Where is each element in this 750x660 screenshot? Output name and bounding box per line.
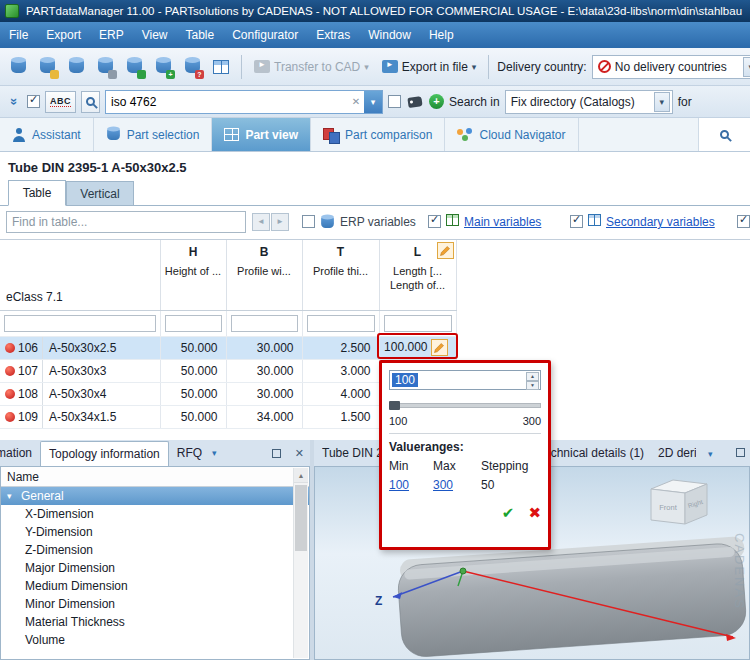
tab-search[interactable] bbox=[698, 118, 750, 151]
value-spinbox[interactable]: 100 ▲ ▼ bbox=[389, 370, 541, 390]
column-l[interactable]: L Length [... Length of... bbox=[379, 240, 456, 310]
table-cell[interactable]: 50.000 bbox=[160, 336, 226, 359]
min-value-link[interactable]: 100 bbox=[389, 478, 409, 492]
menu-erp[interactable]: ERP bbox=[90, 22, 133, 48]
chevron-down-icon[interactable]: ▾ bbox=[654, 92, 670, 112]
table-cell[interactable]: 109 A-50x34x1.5 bbox=[0, 405, 160, 428]
tab-2d-derivation[interactable]: 2D derivation bbox=[658, 440, 696, 466]
tab-vertical[interactable]: Vertical bbox=[66, 181, 134, 206]
tab-list-dropdown-icon[interactable]: ▾ bbox=[212, 448, 217, 458]
filter-h-input[interactable] bbox=[165, 315, 222, 332]
search-option-checkbox[interactable]: ✓ bbox=[27, 95, 40, 108]
table-cell[interactable]: 4.000 bbox=[302, 382, 379, 405]
table-view-icon[interactable] bbox=[209, 55, 233, 79]
menu-view[interactable]: View bbox=[133, 22, 177, 48]
table-cell[interactable]: 1.500 bbox=[302, 405, 379, 428]
filter-b-input[interactable] bbox=[231, 315, 298, 332]
menu-table[interactable]: Table bbox=[177, 22, 224, 48]
menu-file[interactable]: File bbox=[0, 22, 37, 48]
tab-cloud-navigator[interactable]: Cloud Navigator bbox=[445, 118, 578, 151]
tree-item[interactable]: Volume bbox=[1, 631, 309, 649]
tree-item-general[interactable]: ▾ General bbox=[1, 487, 309, 505]
database-help-icon[interactable]: ? bbox=[180, 55, 204, 79]
tag-icon[interactable] bbox=[406, 90, 424, 114]
table-cell[interactable]: 3.000 bbox=[302, 359, 379, 382]
tab-list-dropdown-icon[interactable]: ▾ bbox=[708, 449, 713, 459]
slider-track[interactable] bbox=[389, 403, 541, 408]
tree-item[interactable]: Major Dimension bbox=[1, 559, 309, 577]
secondary-variables-checkbox[interactable]: ✓ bbox=[570, 215, 583, 228]
search-settings-button[interactable] bbox=[81, 91, 100, 113]
menu-configurator[interactable]: Configurator bbox=[223, 22, 307, 48]
main-variables-link[interactable]: Main variables bbox=[464, 215, 541, 229]
search-dropdown-button[interactable]: ▾ bbox=[364, 91, 382, 113]
spin-down-icon[interactable]: ▼ bbox=[526, 381, 539, 390]
main-variables-checkbox[interactable]: ✓ bbox=[428, 215, 441, 228]
menu-extras[interactable]: Extras bbox=[307, 22, 359, 48]
table-cell[interactable]: 50.000 bbox=[160, 359, 226, 382]
tree-item[interactable]: Material Thickness bbox=[1, 613, 309, 631]
confirm-check-icon[interactable]: ✔ bbox=[502, 504, 515, 522]
table-cell[interactable]: 30.000 bbox=[226, 382, 302, 405]
tab-technical-details[interactable]: Technical details (1) bbox=[538, 440, 644, 466]
spin-up-icon[interactable]: ▲ bbox=[526, 372, 539, 381]
erp-variables-checkbox[interactable] bbox=[302, 215, 315, 228]
table-cell[interactable]: 30.000 bbox=[226, 336, 302, 359]
tab-rfq[interactable]: RFQ bbox=[169, 441, 210, 466]
cancel-x-icon[interactable]: ✖ bbox=[528, 504, 541, 522]
table-cell[interactable]: 50.000 bbox=[160, 382, 226, 405]
column-h[interactable]: H Height of ... bbox=[160, 240, 226, 310]
max-value-link[interactable]: 300 bbox=[433, 478, 453, 492]
value-slider[interactable] bbox=[389, 401, 541, 410]
table-cell[interactable]: 34.000 bbox=[226, 405, 302, 428]
database-mail-icon[interactable] bbox=[93, 55, 117, 79]
open-part-icon[interactable] bbox=[6, 55, 30, 79]
tree-item[interactable]: Z-Dimension bbox=[1, 541, 309, 559]
menu-export[interactable]: Export bbox=[37, 22, 90, 48]
float-panel-icon[interactable] bbox=[272, 449, 281, 458]
tree-item[interactable]: Minor Dimension bbox=[1, 595, 309, 613]
tab-assistant[interactable]: Assistant bbox=[0, 118, 94, 151]
filter-t-input[interactable] bbox=[307, 315, 375, 332]
scrollbar[interactable]: ▲ bbox=[293, 468, 308, 658]
filter-eclass-input[interactable] bbox=[4, 315, 156, 332]
scroll-up-icon[interactable]: ▲ bbox=[294, 468, 308, 483]
close-panel-icon[interactable]: ✕ bbox=[295, 447, 304, 460]
table-cell[interactable]: 107 A-50x30x3 bbox=[0, 359, 160, 382]
scrollbar-thumb[interactable] bbox=[295, 485, 307, 551]
tab-topology-information[interactable]: Topology information bbox=[40, 441, 169, 466]
tree-item[interactable]: Medium Dimension bbox=[1, 577, 309, 595]
transfer-to-cad-button[interactable]: Transfer to CAD ▾ bbox=[250, 58, 373, 76]
export-in-file-button[interactable]: Export in file ▾ bbox=[378, 58, 481, 76]
search-scope-select[interactable]: Fix directory (Catalogs) ▾ bbox=[505, 90, 673, 114]
database-check-icon[interactable] bbox=[122, 55, 146, 79]
database-add-icon[interactable]: + bbox=[151, 55, 175, 79]
tab-table[interactable]: Table bbox=[8, 180, 66, 206]
open-folder-icon[interactable] bbox=[35, 55, 59, 79]
tab-part-view[interactable]: Part view bbox=[212, 118, 311, 151]
add-search-icon[interactable]: + bbox=[429, 94, 444, 109]
column-b[interactable]: B Profile wi... bbox=[226, 240, 302, 310]
filter-checkbox[interactable] bbox=[388, 95, 401, 108]
table-cell[interactable]: 30.000 bbox=[226, 359, 302, 382]
chevron-down-icon[interactable]: ▾ bbox=[743, 57, 750, 77]
find-next-button[interactable]: ► bbox=[271, 213, 289, 231]
clear-search-icon[interactable]: ✕ bbox=[348, 96, 364, 107]
extra-variables-checkbox[interactable]: ✓ bbox=[737, 215, 750, 228]
table-cell[interactable]: 2.500 bbox=[302, 336, 379, 359]
menu-help[interactable]: Help bbox=[420, 22, 463, 48]
column-t[interactable]: T Profile thi... bbox=[302, 240, 379, 310]
tree-item[interactable]: Y-Dimension bbox=[1, 523, 309, 541]
filter-l-input[interactable] bbox=[384, 315, 452, 332]
edit-pencil-icon[interactable] bbox=[437, 242, 454, 259]
column-eclass[interactable]: eClass 7.1 bbox=[0, 240, 160, 310]
table-cell[interactable]: 106 A-50x30x2.5 bbox=[0, 336, 160, 359]
expander-icon[interactable]: ▾ bbox=[7, 487, 21, 505]
table-cell[interactable]: 50.000 bbox=[160, 405, 226, 428]
float-panel-icon[interactable] bbox=[736, 448, 745, 457]
table-cell[interactable]: 108 A-50x30x4 bbox=[0, 382, 160, 405]
search-input[interactable] bbox=[106, 92, 348, 112]
collapse-chevrons-icon[interactable]: » bbox=[7, 94, 22, 110]
slider-handle[interactable] bbox=[389, 401, 400, 410]
tab-information-cut[interactable]: mation bbox=[0, 441, 40, 466]
